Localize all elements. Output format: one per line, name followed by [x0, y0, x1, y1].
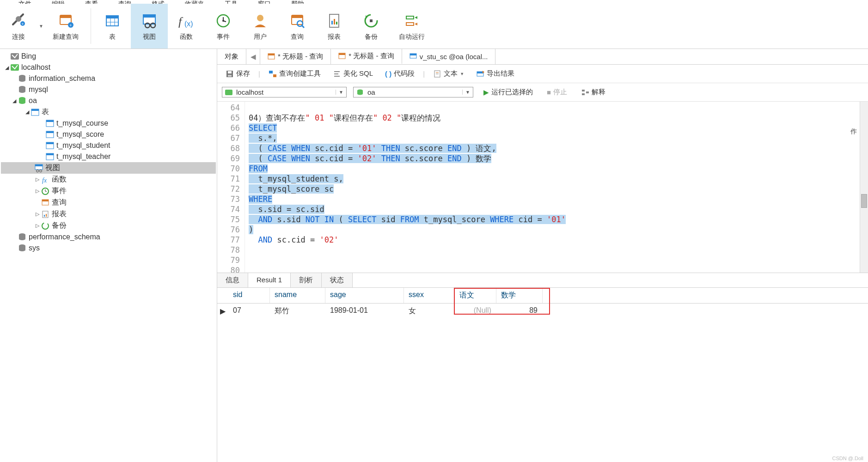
tree-db-sys[interactable]: sys	[1, 243, 216, 254]
menu-view[interactable]: 查看	[85, 0, 98, 4]
editor-content[interactable]: 04）查询不存在" 01 "课程但存在" 02 "课程的情况 SELECT s.…	[245, 102, 868, 273]
svg-rect-74	[228, 71, 232, 73]
col-chinese[interactable]: 语文	[455, 288, 496, 303]
tree-table-item[interactable]: t_mysql_course	[1, 118, 216, 129]
tree-label: 函数	[52, 175, 67, 184]
export-button[interactable]: 导出结果	[472, 67, 518, 80]
cell[interactable]: 郑竹	[270, 304, 325, 319]
tab-objects[interactable]: 对象	[217, 49, 246, 64]
svg-rect-8	[106, 16, 118, 18]
tree-queries-group[interactable]: 查询	[1, 197, 216, 208]
cell[interactable]: (Null)	[455, 304, 496, 319]
col-math[interactable]: 数学	[496, 288, 543, 303]
table-icon	[45, 141, 55, 150]
connect-button[interactable]: + 连接	[0, 4, 37, 49]
tree-label: 事件	[52, 186, 67, 196]
rtab-status[interactable]: 状态	[322, 273, 353, 287]
menu-tools[interactable]: 工具	[225, 0, 238, 4]
event-button[interactable]: 事件	[205, 4, 242, 49]
vertical-scrollbar[interactable]	[860, 102, 868, 273]
menu-window[interactable]: 窗口	[258, 0, 271, 4]
tree-tables-group[interactable]: ◢表	[1, 106, 216, 118]
tree-reports-group[interactable]: ▷报表	[1, 208, 216, 220]
tree-table-item[interactable]: t_mysql_teacher	[1, 151, 216, 162]
tree-db-infoschema[interactable]: information_schema	[1, 73, 216, 84]
tree-label: mysql	[29, 85, 48, 94]
col-sid[interactable]: sid	[228, 288, 270, 303]
chevron-down-icon[interactable]: ▼	[39, 24, 43, 29]
beautify-button[interactable]: 美化 SQL	[329, 67, 377, 80]
tree-conn-localhost[interactable]: ◢localhost	[1, 62, 216, 73]
function-icon: f(x)	[177, 12, 196, 30]
stop-button[interactable]: ■停止	[543, 86, 571, 98]
menu-query[interactable]: 查询	[118, 0, 131, 4]
table-row[interactable]: ▶ 07 郑竹 1989-01-01 女 (Null) 89	[217, 304, 868, 319]
tree-label: t_mysql_student	[56, 141, 110, 150]
menu-fav[interactable]: 收藏夹	[185, 0, 204, 4]
new-query-button[interactable]: + 新建查询	[43, 4, 88, 49]
tree-events-group[interactable]: ▷事件	[1, 185, 216, 197]
label: 查询创建工具	[279, 69, 321, 78]
user-button[interactable]: 用户	[242, 4, 279, 49]
menu-file[interactable]: 文件	[18, 0, 31, 4]
svg-rect-88	[582, 90, 585, 91]
run-button[interactable]: ▶运行已选择的	[480, 86, 537, 98]
tree-table-item[interactable]: t_mysql_score	[1, 129, 216, 140]
connection-select[interactable]: localhost▼	[222, 87, 347, 97]
rtab-info[interactable]: 信息	[217, 273, 248, 287]
tree-functions-group[interactable]: ▷fx函数	[1, 174, 216, 185]
svg-rect-90	[586, 91, 589, 93]
col-sage[interactable]: sage	[325, 288, 404, 303]
text-button[interactable]: 文本▼	[429, 67, 468, 80]
cell[interactable]: 1989-01-01	[325, 304, 404, 319]
cell[interactable]: 89	[496, 304, 543, 319]
tree-conn-bing[interactable]: Bing	[1, 51, 216, 62]
snippet-button[interactable]: ( )代码段	[381, 67, 418, 80]
auto-icon	[403, 12, 421, 30]
function-button[interactable]: f(x) 函数	[168, 4, 205, 49]
sql-editor[interactable]: 64 65 66 67 68 69 70 71 72 73 74 75 76 7…	[217, 102, 868, 273]
connection-icon	[10, 52, 19, 61]
tree-db-oa[interactable]: ◢oa	[1, 95, 216, 106]
builder-button[interactable]: 查询创建工具	[265, 67, 324, 80]
query-icon	[268, 53, 275, 61]
view-button[interactable]: 视图	[131, 4, 168, 49]
tree-views-group[interactable]: 视图	[1, 162, 216, 174]
label: 保存	[236, 69, 250, 78]
report-icon	[325, 12, 343, 30]
cell[interactable]: 07	[228, 304, 270, 319]
tree-db-mysql[interactable]: mysql	[1, 84, 216, 95]
cell[interactable]: 女	[404, 304, 455, 319]
tree-backup-group[interactable]: ▷备份	[1, 220, 216, 231]
col-sname[interactable]: sname	[270, 288, 325, 303]
menu-format[interactable]: 格式	[152, 0, 165, 4]
menu-edit[interactable]: 编辑	[52, 0, 65, 4]
table-button[interactable]: 表	[94, 4, 131, 49]
database-select[interactable]: oa▼	[353, 87, 473, 97]
database-icon	[356, 89, 364, 96]
tree-db-perfschema[interactable]: performance_schema	[1, 231, 216, 243]
svg-rect-63	[46, 214, 47, 217]
tab-query-1[interactable]: * 无标题 - 查询	[260, 49, 331, 64]
label: 运行已选择的	[491, 88, 533, 97]
builder-icon	[269, 70, 277, 78]
tab-query-2[interactable]: * 无标题 - 查询	[331, 49, 402, 64]
backup-button[interactable]: 备份	[353, 4, 390, 49]
explain-button[interactable]: 解释	[577, 86, 609, 98]
tree-table-item[interactable]: t_mysql_student	[1, 140, 216, 151]
scroll-thumb[interactable]	[861, 194, 867, 208]
save-button[interactable]: 保存	[222, 67, 254, 80]
menu-help[interactable]: 帮助	[291, 0, 304, 4]
rtab-analyze[interactable]: 剖析	[291, 273, 322, 287]
tab-label: 对象	[225, 52, 238, 61]
tab-view-stusc[interactable]: v_stu_sc @oa (local...	[402, 49, 496, 64]
auto-button[interactable]: 自动运行	[390, 4, 434, 49]
connection-tree[interactable]: Bing ◢localhost information_schema mysql…	[0, 49, 217, 462]
report-button[interactable]: 报表	[316, 4, 353, 49]
rtab-result1[interactable]: Result 1	[248, 273, 291, 287]
col-ssex[interactable]: ssex	[404, 288, 455, 303]
query-button[interactable]: 查询	[279, 4, 316, 49]
result-grid[interactable]: sid sname sage ssex 语文 数学 ▶ 07 郑竹 1989-0…	[217, 288, 868, 319]
row-pointer-icon: ▶	[217, 304, 228, 319]
tab-prev-button[interactable]: ◀	[246, 49, 260, 64]
